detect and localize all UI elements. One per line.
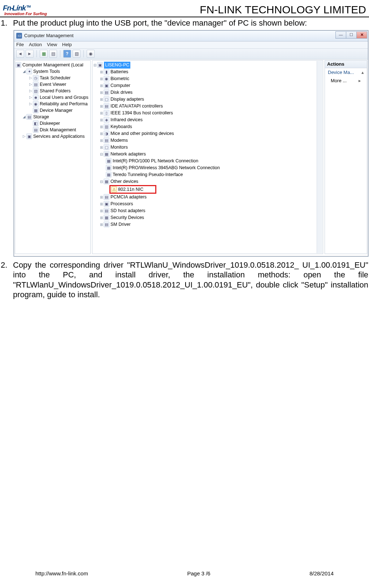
keyboard-icon: ▥ bbox=[104, 124, 109, 130]
tree-services[interactable]: ▷▣Services and Applications bbox=[16, 133, 90, 140]
expand-icon[interactable]: ⊞ bbox=[99, 82, 104, 89]
expand-icon[interactable]: ⊞ bbox=[99, 69, 104, 75]
window-title: Computer Management bbox=[24, 33, 74, 39]
expand-icon[interactable]: ⊞ bbox=[99, 117, 104, 123]
mouse-icon: ◑ bbox=[104, 131, 109, 136]
dev-sd[interactable]: ⊞▤SD host adapters bbox=[93, 207, 322, 214]
step-1-text: Put the product plug into the USB port, … bbox=[13, 18, 307, 28]
storage-icon: ▤ bbox=[26, 114, 32, 120]
collapse-icon[interactable]: ◢ bbox=[22, 114, 26, 120]
tree-devmgr[interactable]: ▦Device Manager bbox=[16, 107, 90, 114]
highlighted-nic[interactable]: ⚠802.11n NIC bbox=[109, 185, 156, 194]
expand-icon[interactable]: ⊞ bbox=[99, 96, 104, 103]
dev-display[interactable]: ⊞▢Display adapters bbox=[93, 96, 322, 103]
dev-net1[interactable]: ▦Intel(R) PRO/1000 PL Network Connection bbox=[93, 158, 322, 164]
middle-pane[interactable]: ⊟▣LISENG-PC ⊞▮Batteries ⊞◉Biometric ⊞▣Co… bbox=[92, 60, 323, 254]
tree-reliab[interactable]: ▷◉Reliability and Performa bbox=[16, 101, 90, 107]
expand-icon[interactable]: ⊞ bbox=[99, 75, 104, 82]
show-hide-button[interactable]: ▦ bbox=[40, 50, 48, 58]
other-icon: ▦ bbox=[104, 179, 109, 184]
expand-icon[interactable]: ⊞ bbox=[99, 103, 104, 110]
dev-batteries[interactable]: ⊞▮Batteries bbox=[93, 69, 322, 75]
tree-root[interactable]: ▣Computer Management (Local bbox=[16, 62, 90, 68]
company-name: FN-LINK TECHNOLOGY LIMITED bbox=[200, 4, 366, 16]
scan-button[interactable]: ◉ bbox=[87, 50, 95, 58]
window-titlebar[interactable]: ▭ Computer Management — ☐ ✕ bbox=[14, 31, 368, 41]
dev-ieee[interactable]: ⊞▯IEEE 1394 Bus host controllers bbox=[93, 110, 322, 117]
actions-devma[interactable]: Device Ma... ▴ bbox=[325, 68, 367, 77]
expand-icon[interactable]: ⊞ bbox=[99, 110, 104, 117]
dev-keyboards[interactable]: ⊞▥Keyboards bbox=[93, 123, 322, 130]
dev-net3[interactable]: ▦Teredo Tunneling Pseudo-Interface bbox=[93, 171, 322, 178]
menu-file[interactable]: File bbox=[16, 42, 24, 48]
dev-other[interactable]: ⊟▦Other devices bbox=[93, 178, 322, 185]
collapse-icon[interactable]: ⊟ bbox=[99, 178, 104, 185]
expand-icon[interactable]: ⊞ bbox=[99, 144, 104, 151]
expand-icon[interactable]: ▷ bbox=[29, 81, 33, 88]
minimize-button[interactable]: — bbox=[335, 31, 346, 39]
dev-ide[interactable]: ⊞▤IDE ATA/ATAPI controllers bbox=[93, 103, 322, 110]
close-button[interactable]: ✕ bbox=[356, 31, 367, 39]
collapse-icon[interactable]: ◢ bbox=[22, 68, 26, 75]
collapse-icon[interactable]: ⊟ bbox=[93, 62, 97, 69]
tree-diskmgmt[interactable]: ▤Disk Management bbox=[16, 127, 90, 133]
sd-icon: ▤ bbox=[104, 208, 109, 214]
infrared-icon: ◈ bbox=[104, 117, 109, 123]
tree-shared[interactable]: ▷▧Shared Folders bbox=[16, 88, 90, 94]
collapse-icon[interactable]: ⊟ bbox=[99, 151, 104, 158]
step-1-number: 1. bbox=[1, 18, 13, 28]
expand-icon[interactable]: ⊞ bbox=[99, 221, 104, 228]
expand-icon[interactable]: ▷ bbox=[29, 88, 33, 94]
expand-icon[interactable]: ▷ bbox=[22, 133, 26, 140]
tree-users[interactable]: ▷☻Local Users and Groups bbox=[16, 94, 90, 101]
menu-action[interactable]: Action bbox=[29, 42, 42, 48]
dev-net2[interactable]: ▦Intel(R) PRO/Wireless 3945ABG Network C… bbox=[93, 164, 322, 171]
tree-storage[interactable]: ◢▤Storage bbox=[16, 114, 90, 120]
expand-icon[interactable]: ⊞ bbox=[99, 201, 104, 207]
forward-button[interactable]: ► bbox=[26, 50, 34, 58]
scrollbar[interactable] bbox=[317, 61, 322, 253]
dev-security[interactable]: ⊞▦Security Devices bbox=[93, 214, 322, 221]
menu-view[interactable]: View bbox=[47, 42, 57, 48]
dev-mice[interactable]: ⊞◑Mice and other pointing devices bbox=[93, 130, 322, 137]
dev-infrared[interactable]: ⊞◈Infrared devices bbox=[93, 117, 322, 123]
disk-icon: ▤ bbox=[104, 89, 109, 95]
tree-diskeeper[interactable]: ◧Diskeeper bbox=[16, 120, 90, 127]
tree-systools[interactable]: ◢✦System Tools bbox=[16, 68, 90, 75]
tree-event[interactable]: ▷▤Event Viewer bbox=[16, 81, 90, 88]
properties-button[interactable]: ▤ bbox=[49, 50, 57, 58]
diskeeper-icon: ◧ bbox=[33, 120, 39, 126]
dev-pcmcia[interactable]: ⊞▤PCMCIA adapters bbox=[93, 194, 322, 201]
maximize-button[interactable]: ☐ bbox=[346, 31, 357, 39]
expand-icon[interactable]: ⊞ bbox=[99, 214, 104, 221]
back-button[interactable]: ◄ bbox=[16, 50, 24, 58]
expand-icon[interactable]: ⊞ bbox=[99, 130, 104, 137]
dev-biometric[interactable]: ⊞◉Biometric bbox=[93, 75, 322, 82]
adapter-icon: ▦ bbox=[106, 172, 112, 177]
help-button[interactable]: ? bbox=[63, 50, 71, 58]
blank-icon bbox=[29, 107, 33, 114]
dev-processors[interactable]: ⊞▣Processors bbox=[93, 201, 322, 207]
refresh-button[interactable]: ▧ bbox=[73, 50, 81, 58]
expand-icon[interactable]: ▷ bbox=[29, 101, 33, 107]
expand-icon[interactable]: ⊞ bbox=[99, 207, 104, 214]
expand-icon[interactable]: ⊞ bbox=[99, 137, 104, 144]
dev-modems[interactable]: ⊞▤Modems bbox=[93, 137, 322, 144]
dev-network[interactable]: ⊟▦Network adapters bbox=[93, 151, 322, 158]
actions-more[interactable]: More ... ▸ bbox=[325, 77, 367, 85]
expand-icon[interactable]: ⊞ bbox=[99, 194, 104, 201]
dev-disk[interactable]: ⊞▤Disk drives bbox=[93, 89, 322, 96]
dev-monitors[interactable]: ⊞▢Monitors bbox=[93, 144, 322, 151]
expand-icon[interactable]: ⊞ bbox=[99, 123, 104, 130]
dev-sm[interactable]: ⊞▤SM Driver bbox=[93, 221, 322, 228]
dev-root[interactable]: ⊟▣LISENG-PC bbox=[93, 62, 322, 69]
blank-icon bbox=[29, 127, 33, 133]
left-pane[interactable]: ▣Computer Management (Local ◢✦System Too… bbox=[15, 60, 91, 254]
expand-icon[interactable]: ▷ bbox=[29, 75, 33, 81]
actions-pane[interactable]: Actions Device Ma... ▴ More ... ▸ bbox=[325, 60, 367, 254]
menu-help[interactable]: Help bbox=[62, 42, 72, 48]
expand-icon[interactable]: ⊞ bbox=[99, 89, 104, 96]
dev-computer[interactable]: ⊞▣Computer bbox=[93, 82, 322, 89]
expand-icon[interactable]: ▷ bbox=[29, 94, 33, 101]
tree-task[interactable]: ▷◷Task Scheduler bbox=[16, 75, 90, 81]
